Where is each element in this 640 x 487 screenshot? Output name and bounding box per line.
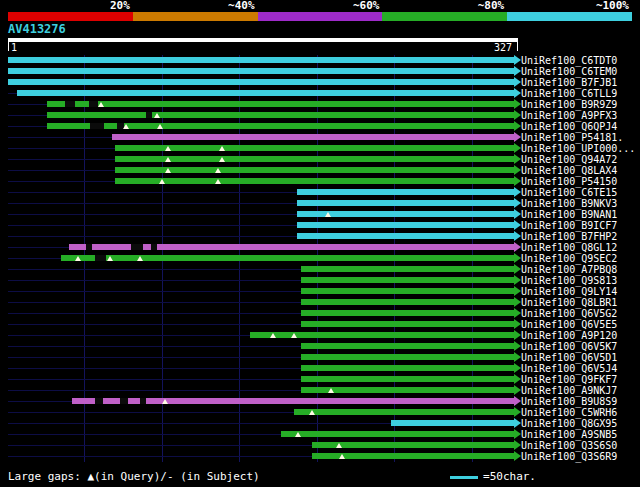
hit-label[interactable]: UniRef100_Q94A72 (521, 154, 617, 165)
hit-label[interactable]: UniRef100_Q3S6S0 (521, 440, 617, 451)
hit-label[interactable]: UniRef100_B9U8S9 (521, 396, 617, 407)
hit-label[interactable]: UniRef100_P54150 (521, 176, 617, 187)
hit-label[interactable]: UniRef100_B9R9Z9 (521, 99, 617, 110)
scale-legend: =50char. (450, 470, 536, 483)
alignment-bar[interactable] (112, 134, 514, 140)
hit-label[interactable]: UniRef100_C6TDT0 (521, 55, 617, 66)
alignment-row: UniRef100_B9NAN1 (8, 209, 514, 220)
alignment-row: UniRef100_Q9LY14 (8, 286, 514, 297)
hit-label[interactable]: UniRef100_Q6V5D1 (521, 352, 617, 363)
hit-label[interactable]: UniRef100_C6TEM0 (521, 66, 617, 77)
alignment-bar[interactable] (17, 90, 514, 96)
alignment-bar[interactable] (297, 233, 514, 239)
hit-label[interactable]: UniRef100_UPI000... (521, 143, 635, 154)
hit-label[interactable]: UniRef100_B9ICF7 (521, 220, 617, 231)
hit-label[interactable]: UniRef100_P54181. (521, 132, 623, 143)
alignment-bar[interactable] (301, 266, 514, 272)
hit-label[interactable]: UniRef100_B9NAN1 (521, 209, 617, 220)
hit-label[interactable]: UniRef100_Q9FKF7 (521, 374, 617, 385)
legend-segment (8, 12, 133, 21)
legend-label: 20% (110, 1, 133, 10)
legend-labels: 20%~40%~60%~80%~100% (8, 1, 632, 10)
query-gap-triangle (75, 256, 81, 261)
query-gap-triangle (165, 157, 171, 162)
alignment-bar[interactable] (301, 365, 514, 371)
hit-label[interactable]: UniRef100_Q6V5J4 (521, 363, 617, 374)
subject-gap-dash (95, 398, 103, 404)
alignment-bar[interactable] (47, 101, 514, 107)
hit-label[interactable]: UniRef100_B7FJB1 (521, 77, 617, 88)
hit-label[interactable]: UniRef100_Q6V5E5 (521, 319, 617, 330)
alignment-row: UniRef100_Q3S6S0 (8, 440, 514, 451)
alignment-bar[interactable] (115, 156, 514, 162)
legend-color-bar (8, 12, 632, 21)
alignment-row: UniRef100_Q8LBR1 (8, 297, 514, 308)
alignment-bar[interactable] (297, 222, 514, 228)
query-gap-triangle (291, 333, 297, 338)
alignment-row: UniRef100_C5WRH6 (8, 407, 514, 418)
alignment-bar[interactable] (301, 277, 514, 283)
alignment-bar[interactable] (312, 442, 514, 448)
hit-label[interactable]: UniRef100_A9P120 (521, 330, 617, 341)
hit-label[interactable]: UniRef100_Q8LBR1 (521, 297, 617, 308)
alignment-row: UniRef100_Q9SEC2 (8, 253, 514, 264)
alignment-bar[interactable] (115, 145, 514, 151)
alignment-bar[interactable] (301, 321, 514, 327)
subject-gap-dash (131, 244, 143, 250)
hit-label[interactable]: UniRef100_Q8GX95 (521, 418, 617, 429)
query-name: AV413276 (8, 23, 66, 35)
hit-label[interactable]: UniRef100_B7FHP2 (521, 231, 617, 242)
alignment-row: UniRef100_B9ICF7 (8, 220, 514, 231)
hit-label[interactable]: UniRef100_Q9SEC2 (521, 253, 617, 264)
hit-label[interactable]: UniRef100_Q6V5K7 (521, 341, 617, 352)
query-gap-triangle (165, 168, 171, 173)
alignment-bar[interactable] (115, 178, 514, 184)
ruler-end-label: 327 (494, 43, 512, 53)
alignment-bar[interactable] (115, 167, 514, 173)
alignment-bar[interactable] (47, 112, 514, 118)
legend-segment (258, 12, 383, 21)
alignment-bar[interactable] (8, 68, 514, 74)
alignment-row: UniRef100_C6TLL9 (8, 88, 514, 99)
alignment-bar[interactable] (301, 343, 514, 349)
alignment-bar[interactable] (61, 255, 514, 261)
alignment-bar[interactable] (297, 200, 514, 206)
alignment-bar[interactable] (281, 431, 514, 437)
hit-label[interactable]: UniRef100_Q8LAX4 (521, 165, 617, 176)
hit-label[interactable]: UniRef100_Q6V5G2 (521, 308, 617, 319)
alignment-bar[interactable] (301, 376, 514, 382)
alignment-bar[interactable] (301, 354, 514, 360)
alignment-row: UniRef100_A7PBQ8 (8, 264, 514, 275)
alignment-row: UniRef100_Q9FKF7 (8, 374, 514, 385)
alignment-bar[interactable] (8, 79, 514, 85)
alignment-row: UniRef100_B9R9Z9 (8, 99, 514, 110)
hit-label[interactable]: UniRef100_C5WRH6 (521, 407, 617, 418)
alignment-bar[interactable] (72, 398, 514, 404)
alignment-bar[interactable] (301, 299, 514, 305)
alignment-bar[interactable] (297, 189, 514, 195)
alignment-bar[interactable] (301, 288, 514, 294)
alignment-row: UniRef100_B7FHP2 (8, 231, 514, 242)
hit-label[interactable]: UniRef100_B9NKV3 (521, 198, 617, 209)
hit-label[interactable]: UniRef100_A7PBQ8 (521, 264, 617, 275)
hit-label[interactable]: UniRef100_A9SNB5 (521, 429, 617, 440)
hit-label[interactable]: UniRef100_Q8GL12 (521, 242, 617, 253)
hit-label[interactable]: UniRef100_C6TE15 (521, 187, 617, 198)
legend-label: ~40% (228, 1, 258, 10)
alignment-bar[interactable] (8, 57, 514, 63)
alignment-bar[interactable] (294, 409, 514, 415)
query-gap-triangle (295, 432, 301, 437)
alignment-bar[interactable] (301, 310, 514, 316)
hit-label[interactable]: UniRef100_Q9S813 (521, 275, 617, 286)
alignment-bar[interactable] (391, 420, 514, 426)
hit-label[interactable]: UniRef100_A9NKJ7 (521, 385, 617, 396)
hit-label[interactable]: UniRef100_Q3S6R9 (521, 451, 617, 462)
hit-label[interactable]: UniRef100_Q6QPJ4 (521, 121, 617, 132)
scale-line-icon (450, 476, 478, 479)
alignment-row: UniRef100_Q94A72 (8, 154, 514, 165)
query-gap-triangle (215, 168, 221, 173)
hit-label[interactable]: UniRef100_C6TLL9 (521, 88, 617, 99)
hit-label[interactable]: UniRef100_A9PFX3 (521, 110, 617, 121)
ruler-start-label: 1 (11, 43, 17, 53)
hit-label[interactable]: UniRef100_Q9LY14 (521, 286, 617, 297)
